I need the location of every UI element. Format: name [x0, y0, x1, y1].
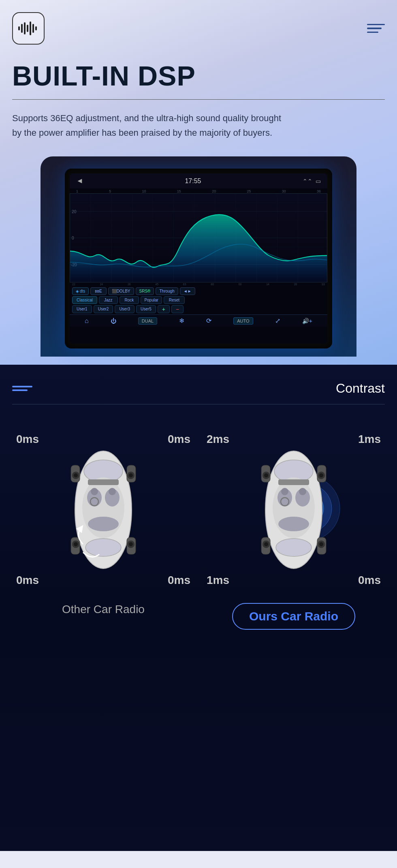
status-icons: ⌃⌃ ▭	[303, 178, 321, 184]
car-display-bezel: ◄ 17:55 ⌃⌃ ▭ 1 5 10 15 20 25	[65, 169, 332, 348]
logo	[12, 12, 45, 45]
ours-car-svg	[253, 439, 334, 581]
svg-point-65	[281, 488, 288, 495]
screen-time: 17:55	[185, 177, 201, 185]
car-display-outer: ◄ 17:55 ⌃⌃ ▭ 1 5 10 15 20 25	[41, 156, 356, 357]
jazz-btn[interactable]: Jazz	[99, 296, 118, 304]
ours-car-visual: 2ms 1ms 1ms 0ms	[203, 425, 385, 595]
page-title: BUILT-IN DSP	[12, 61, 385, 91]
freq-label: 14	[266, 283, 269, 286]
dolby-btn[interactable]: ⬛DOLBY	[108, 287, 134, 295]
other-car-label: Other Car Radio	[62, 603, 145, 616]
bottom-section: Contrast 0ms 0ms 0ms 0ms	[0, 365, 397, 851]
car-comparison: 0ms 0ms 0ms 0ms	[12, 425, 385, 630]
user3-btn[interactable]: User3	[115, 305, 134, 313]
through-btn[interactable]: Through	[156, 287, 178, 295]
svg-rect-67	[278, 479, 309, 485]
svg-point-64	[278, 517, 309, 531]
svg-point-78	[264, 542, 268, 546]
svg-rect-39	[88, 479, 119, 485]
other-time-bottom-right: 0ms	[168, 574, 190, 587]
svg-point-48	[129, 473, 133, 477]
other-time-bottom-left: 0ms	[16, 574, 39, 587]
svg-point-46	[74, 473, 78, 477]
svg-rect-1	[21, 24, 23, 33]
contrast-icon	[12, 386, 32, 391]
hamburger-line-2	[367, 28, 382, 29]
ours-time-bottom-right: 0ms	[358, 574, 381, 587]
rock-btn[interactable]: Rock	[120, 296, 139, 304]
popular-btn[interactable]: Popular	[141, 296, 162, 304]
dual-label[interactable]: DUAL	[138, 317, 157, 325]
hamburger-menu[interactable]	[367, 24, 385, 33]
svg-point-74	[264, 473, 268, 477]
contrast-label: Contrast	[336, 381, 385, 396]
svg-rect-0	[18, 26, 20, 30]
audio-btn[interactable]: ◄►	[180, 287, 195, 295]
expand-icon[interactable]: ⤢	[275, 317, 280, 325]
reset-btn[interactable]: Reset	[164, 296, 185, 304]
other-time-top-left: 0ms	[16, 433, 39, 446]
back-arrow[interactable]: ◄	[76, 177, 83, 185]
bbe-btn[interactable]: ввЕ	[90, 287, 106, 295]
svg-text:0: 0	[72, 235, 74, 240]
freq-label: 20	[294, 283, 297, 286]
chevron-icon: ⌃⌃	[303, 178, 312, 184]
eq-label: 5	[109, 189, 111, 193]
eq-label: 1	[76, 189, 78, 193]
contrast-header: Contrast	[12, 381, 385, 396]
svg-rect-6	[35, 26, 37, 30]
other-car-svg	[63, 439, 144, 581]
vol-up-icon[interactable]: 🔊+	[302, 318, 312, 324]
srs-btn[interactable]: SRS®	[136, 287, 154, 295]
eq-label: 25	[247, 189, 251, 193]
hamburger-line-1	[367, 24, 385, 26]
home-icon[interactable]: ⌂	[85, 317, 89, 325]
svg-rect-2	[24, 22, 26, 34]
other-time-top-right: 0ms	[168, 433, 190, 446]
other-car-item: 0ms 0ms 0ms 0ms	[12, 425, 194, 630]
svg-rect-3	[27, 25, 28, 32]
contrast-divider	[12, 404, 385, 404]
user5-btn[interactable]: User5	[136, 305, 156, 313]
svg-rect-5	[32, 24, 34, 33]
ours-time-bottom-left: 1ms	[207, 574, 229, 587]
eq-label: 10	[142, 189, 146, 193]
svg-point-52	[129, 542, 133, 546]
eq-graph: 20 0 -20	[70, 193, 327, 282]
svg-rect-4	[30, 21, 31, 35]
eq-label: 36	[317, 189, 321, 193]
battery-icon: ▭	[316, 178, 321, 184]
svg-point-50	[74, 542, 78, 546]
svg-point-36	[88, 517, 119, 531]
contrast-line-1	[12, 386, 32, 387]
snowflake-icon[interactable]: ❄	[179, 317, 184, 325]
hamburger-line-3	[367, 32, 378, 33]
screen-statusbar: ◄ 17:55 ⌃⌃ ▭	[70, 173, 327, 188]
freq-label: 33	[322, 283, 325, 286]
top-section: BUILT-IN DSP Supports 36EQ adjustment, a…	[0, 0, 397, 365]
description: Supports 36EQ adjustment, and the ultra-…	[12, 111, 288, 141]
power-icon[interactable]: ⏻	[111, 318, 116, 324]
eq-label: 15	[177, 189, 181, 193]
freq-label: 80	[211, 283, 214, 286]
ours-car-label[interactable]: Ours Car Radio	[232, 603, 355, 630]
classical-btn[interactable]: Classical	[72, 296, 97, 304]
svg-point-37	[91, 488, 98, 495]
freq-label: 00	[239, 283, 242, 286]
other-car-visual: 0ms 0ms 0ms 0ms	[12, 425, 194, 595]
freq-label: 24	[100, 283, 103, 286]
remove-user-btn[interactable]: −	[171, 305, 184, 313]
eq-label: 20	[212, 189, 216, 193]
svg-point-80	[319, 542, 323, 546]
add-user-btn[interactable]: +	[158, 305, 170, 313]
fan-icon[interactable]: ⟳	[206, 317, 211, 325]
eq-label: 30	[282, 189, 286, 193]
svg-point-32	[85, 539, 121, 556]
svg-point-76	[319, 473, 323, 477]
auto-label[interactable]: AUTO	[233, 317, 253, 325]
dts-btn[interactable]: ◈dts	[72, 287, 89, 295]
user1-btn[interactable]: User1	[72, 305, 92, 313]
user2-btn[interactable]: User2	[94, 305, 113, 313]
contrast-line-2	[12, 389, 28, 391]
